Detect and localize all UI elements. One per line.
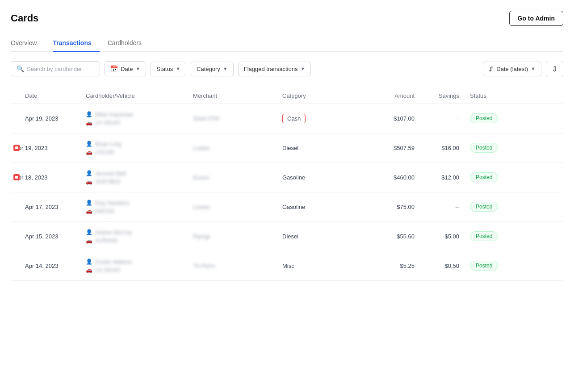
vehicle-id-text: LH1100: [95, 149, 114, 155]
person-icon: 👤: [86, 259, 92, 265]
status-badge: Posted: [470, 113, 498, 123]
tab-bar: Overview Transactions Cardholders: [11, 35, 563, 52]
table-row[interactable]: Apr 19, 2023 👤 Mike Haysman 🚗 LH 191AO S…: [11, 104, 563, 133]
cell-cardholder: 👤 Mike Haysman 🚗 LH 191AO: [82, 111, 189, 126]
cell-merchant: TA Petro: [189, 263, 279, 269]
cell-status: Posted: [466, 143, 511, 153]
col-category: Category: [279, 92, 368, 99]
download-button[interactable]: ⇩: [546, 61, 563, 77]
search-icon: 🔍: [17, 65, 24, 72]
cell-status: Posted: [466, 113, 511, 123]
cell-status: Posted: [466, 172, 511, 182]
cell-savings: --: [422, 115, 466, 122]
vehicle-id-text: LH 191AO: [95, 267, 120, 273]
tab-cardholders[interactable]: Cardholders: [108, 35, 150, 52]
cell-merchant: Lowes: [189, 145, 279, 151]
table-row[interactable]: Apr 15, 2023 👤 Arlene McCoy 🚗 ALR0444 Fl…: [11, 222, 563, 251]
vehicle-id-text: ALR0444: [95, 238, 117, 244]
flag-indicator: [13, 145, 20, 151]
cell-amount: $107.00: [368, 115, 422, 122]
go-to-admin-button[interactable]: Go to Admin: [509, 11, 563, 26]
truck-icon: 🚗: [86, 120, 92, 126]
cell-date: Apr 14, 2023: [11, 263, 82, 269]
sort-button[interactable]: ⇵ Date (latest) ▼: [483, 62, 541, 76]
status-badge: Posted: [470, 231, 498, 241]
date-filter-button[interactable]: 📅 Date ▼: [105, 61, 146, 76]
cardholder-name-text: Arlene McCoy: [95, 229, 132, 236]
category-highlighted: Cash: [282, 114, 306, 123]
cell-savings: $5.00: [422, 233, 466, 240]
truck-icon: 🚗: [86, 179, 92, 185]
download-icon: ⇩: [552, 65, 557, 73]
person-icon: 👤: [86, 141, 92, 147]
table-row[interactable]: Apr 18, 2023 👤 Jerome Bell 🚗 AUD-0813 Ex…: [11, 163, 563, 192]
cell-cardholder: 👤 Guy Hawkins 🚗 K8O191: [82, 200, 189, 214]
page-header: Cards Go to Admin: [11, 11, 563, 26]
category-filter-button[interactable]: Category ▼: [191, 62, 234, 76]
chevron-down-icon: ▼: [531, 66, 536, 71]
filters-row: 🔍 Search by cardholder 📅 Date ▼ Status ▼…: [11, 61, 563, 77]
table-row[interactable]: Apr 14, 2023 👤 Kristin Watson 🚗 LH 191AO…: [11, 251, 563, 281]
person-icon: 👤: [86, 200, 92, 206]
tab-overview[interactable]: Overview: [11, 35, 45, 52]
flagged-filter-button[interactable]: Flagged transactions ▼: [238, 62, 311, 76]
cardholder-name-text: Mike Haysman: [95, 111, 134, 118]
table-row[interactable]: Apr 17, 2023 👤 Guy Hawkins 🚗 K8O191 Lowe…: [11, 192, 563, 222]
cell-cardholder: 👤 Arlene McCoy 🚗 ALR0444: [82, 229, 189, 244]
page-title: Cards: [11, 13, 38, 24]
person-icon: 👤: [86, 170, 92, 176]
truck-icon: 🚗: [86, 208, 92, 214]
table-header: Date Cardholder/Vehicle Merchant Categor…: [11, 88, 563, 104]
cell-date: Apr 15, 2023: [11, 233, 82, 240]
col-merchant: Merchant: [189, 92, 279, 99]
col-cardholder: Cardholder/Vehicle: [82, 92, 189, 99]
cell-category: Diesel: [279, 233, 368, 240]
col-savings: Savings: [422, 92, 466, 99]
cell-amount: $55.60: [368, 233, 422, 240]
person-icon: 👤: [86, 111, 92, 117]
cell-merchant: Lowes: [189, 204, 279, 210]
status-badge: Posted: [470, 172, 498, 182]
cell-date: Apr 19, 2023: [11, 145, 82, 151]
truck-icon: 🚗: [86, 149, 92, 155]
chevron-down-icon: ▼: [300, 66, 305, 71]
cell-amount: $460.00: [368, 174, 422, 181]
cardholder-name-text: Kristin Watson: [95, 259, 132, 265]
col-amount: Amount: [368, 92, 422, 99]
cell-category: Gasoline: [279, 174, 368, 181]
sort-icon: ⇵: [489, 66, 494, 72]
cardholder-name-text: Jerome Bell: [95, 170, 126, 177]
vehicle-id-text: LH 191AO: [95, 120, 120, 126]
tab-transactions[interactable]: Transactions: [53, 35, 99, 52]
cell-status: Posted: [466, 261, 511, 271]
cell-amount: $75.00: [368, 204, 422, 210]
cell-amount: $507.59: [368, 145, 422, 151]
person-icon: 👤: [86, 229, 92, 235]
cell-date: Apr 18, 2023: [11, 174, 82, 181]
cell-category: Diesel: [279, 145, 368, 151]
cell-savings: --: [422, 204, 466, 210]
cell-category: Misc: [279, 263, 368, 269]
status-filter-button[interactable]: Status ▼: [151, 62, 186, 76]
status-badge: Posted: [470, 261, 498, 271]
calendar-icon: 📅: [110, 65, 118, 72]
truck-icon: 🚗: [86, 238, 92, 244]
cell-merchant: Shell ATM: [189, 115, 279, 122]
chevron-down-icon: ▼: [176, 66, 180, 71]
cell-merchant: Exxon: [189, 174, 279, 181]
col-date: Date: [11, 92, 82, 99]
cell-merchant: Flyingi: [189, 233, 279, 240]
table-row[interactable]: Apr 19, 2023 👤 Brian Ling 🚗 LH1100 Lowes…: [11, 133, 563, 163]
cell-amount: $5.25: [368, 263, 422, 269]
table-body: Apr 19, 2023 👤 Mike Haysman 🚗 LH 191AO S…: [11, 104, 563, 281]
cell-savings: $0.50: [422, 263, 466, 269]
cell-category: Cash: [279, 114, 368, 123]
search-input[interactable]: 🔍 Search by cardholder: [11, 61, 100, 76]
cell-savings: $16.00: [422, 145, 466, 151]
cell-status: Posted: [466, 202, 511, 212]
cell-savings: $12.00: [422, 174, 466, 181]
vehicle-id-text: AUD-0813: [95, 179, 120, 185]
status-badge: Posted: [470, 202, 498, 212]
col-status: Status: [466, 92, 511, 99]
cell-cardholder: 👤 Kristin Watson 🚗 LH 191AO: [82, 259, 189, 273]
